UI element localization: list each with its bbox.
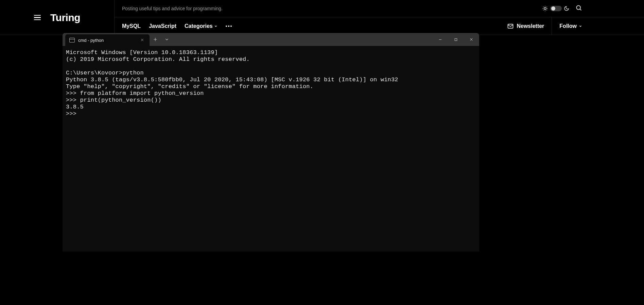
search-button[interactable] bbox=[575, 4, 582, 13]
search-icon bbox=[575, 4, 582, 11]
titlebar-actions bbox=[150, 33, 173, 46]
newsletter-label: Newsletter bbox=[517, 23, 544, 29]
close-window-button[interactable] bbox=[464, 33, 479, 46]
svg-line-3 bbox=[543, 7, 544, 7]
tab-dropdown-button[interactable] bbox=[161, 33, 173, 46]
nav-right: Newsletter Follow bbox=[507, 17, 637, 35]
nav-left: MySQL JavaScript Categories bbox=[122, 23, 232, 29]
minimize-icon bbox=[438, 38, 442, 41]
svg-line-10 bbox=[580, 9, 581, 11]
terminal-tab[interactable]: cmd - python bbox=[65, 34, 150, 46]
cmd-icon bbox=[69, 38, 75, 43]
follow-label: Follow bbox=[559, 23, 577, 29]
svg-line-4 bbox=[546, 10, 547, 10]
tagline-row: Posting useful tips and advice for progr… bbox=[115, 0, 644, 17]
site-header: Turing Posting useful tips and advice fo… bbox=[0, 0, 644, 35]
chevron-down-icon bbox=[164, 37, 169, 42]
maximize-icon bbox=[454, 38, 458, 41]
sun-icon bbox=[542, 5, 548, 12]
nav-more-button[interactable] bbox=[226, 26, 232, 27]
mail-icon bbox=[507, 23, 514, 30]
svg-point-9 bbox=[576, 5, 580, 10]
new-tab-button[interactable] bbox=[150, 33, 161, 46]
window-controls bbox=[432, 33, 479, 46]
site-header-right: Posting useful tips and advice for progr… bbox=[115, 0, 644, 35]
svg-line-8 bbox=[546, 7, 547, 7]
terminal-body[interactable]: Microsoft Windows [Version 10.0.18363.11… bbox=[63, 46, 479, 252]
toggle-track[interactable] bbox=[550, 6, 562, 11]
newsletter-button[interactable]: Newsletter bbox=[507, 17, 552, 35]
nav-row: MySQL JavaScript Categories Newsletter F… bbox=[115, 17, 644, 35]
close-icon bbox=[469, 37, 473, 41]
close-icon bbox=[140, 38, 144, 42]
site-logo[interactable]: Turing bbox=[50, 12, 80, 23]
maximize-button[interactable] bbox=[448, 33, 464, 46]
moon-icon bbox=[564, 6, 569, 11]
terminal-titlebar: cmd - python bbox=[63, 33, 479, 46]
titlebar-spacer bbox=[63, 33, 65, 46]
nav-item-mysql[interactable]: MySQL bbox=[122, 23, 141, 29]
chevron-down-icon bbox=[214, 24, 217, 28]
nav-item-categories[interactable]: Categories bbox=[185, 23, 217, 29]
tab-close-button[interactable] bbox=[139, 37, 145, 44]
svg-line-7 bbox=[543, 10, 544, 10]
site-tagline: Posting useful tips and advice for progr… bbox=[122, 6, 223, 11]
nav-item-label: Categories bbox=[185, 23, 213, 29]
menu-icon[interactable] bbox=[34, 15, 41, 20]
tagline-actions bbox=[542, 4, 637, 13]
terminal-tab-title: cmd - python bbox=[78, 38, 136, 43]
follow-button[interactable]: Follow bbox=[552, 23, 582, 29]
svg-rect-17 bbox=[455, 38, 457, 40]
site-header-left: Turing bbox=[0, 0, 115, 35]
minimize-button[interactable] bbox=[432, 33, 448, 46]
theme-toggle[interactable] bbox=[542, 5, 569, 12]
chevron-down-icon bbox=[579, 24, 582, 28]
terminal-window: cmd - python Microsoft Windows [ bbox=[63, 33, 479, 252]
svg-point-0 bbox=[544, 7, 546, 10]
nav-item-javascript[interactable]: JavaScript bbox=[149, 23, 176, 29]
plus-icon bbox=[153, 37, 158, 42]
toggle-thumb bbox=[551, 6, 555, 11]
